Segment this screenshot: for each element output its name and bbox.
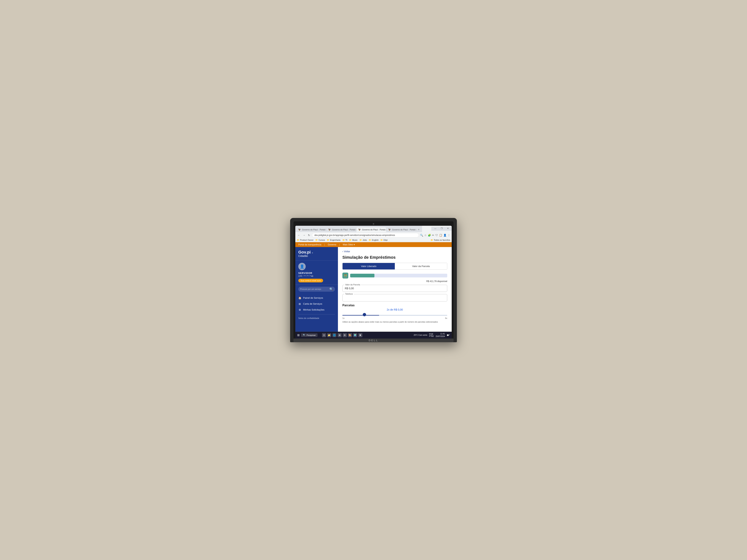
clock: 11:41 25/07/2024 [436,332,445,338]
date-display: 25/07/2024 [436,335,445,338]
forward-button[interactable]: → [302,233,306,237]
home-icon: 🏠 [298,296,301,299]
address-bar-row: ← → ↻ dev.pidigital.pi.gov.br/app/app-pe… [295,232,452,238]
back-link[interactable]: ‹ Voltar [342,250,447,253]
laptop-base: DELL [293,339,454,342]
shield-icon[interactable]: 🛡 [435,234,438,237]
back-arrow-icon: ‹ [342,250,343,253]
telefone-field: Telefone [342,294,447,301]
settings-icon: ⚙ [298,308,301,311]
account-level-button[interactable]: Sua conta é nível ouro [298,279,323,283]
bookmark-music[interactable]: 📁 Music [349,239,358,241]
separator: | [324,243,325,246]
progress-row: 🧮 [342,273,447,278]
sidebar-item-carta[interactable]: ⊞ Carta de Serviços [295,301,338,307]
logo: Gov.pi ≡ [298,250,335,255]
bookmark-etipi[interactable]: 📁 Etipi [380,239,387,241]
chrome-icon[interactable]: 🌍 [353,333,357,337]
tab-1-favicon: 🦅 [298,229,301,231]
address-bar[interactable]: dev.pidigital.pi.gov.br/app/app-perfil-s… [312,233,419,237]
transparency-link[interactable]: Portal da transparência [298,243,321,246]
bookmark-product-owner[interactable]: 📁 Product Owner [297,239,313,241]
extensions-icon[interactable]: 🧩 [428,234,431,237]
toolbar-icons: 🔍 ☆ 🧩 ✏ 🛡 📋 👤 ⋮ [420,234,450,237]
close-button[interactable]: ✕ [445,227,450,230]
taskbar-search-label: Pesquisar [307,334,316,336]
creative-icon[interactable]: 🎨 [348,333,352,337]
collections-icon[interactable]: 📋 [439,234,442,237]
search-icon[interactable]: 🔍 [329,287,333,291]
bookmark-label: English [372,239,379,241]
folder-icon: 📁 [315,239,318,241]
store-icon[interactable]: ⊠ [338,333,342,337]
sidebar-item-solicitacoes[interactable]: ⚙ Minhas Solicitações [295,307,338,313]
minimize-button[interactable]: — [433,227,438,230]
separator2: | [339,243,340,246]
taskbar-search[interactable]: 🔍 Pesquisar [301,334,317,337]
bookmark-ti[interactable]: 📁 TI [342,239,347,241]
toggle-valor-liberado[interactable]: Valor Liberado [342,263,395,269]
folder-icon: 📁 [431,239,433,241]
brand-label: DELL [369,339,379,342]
bookmark-cursos[interactable]: 📁 Cursos [315,239,325,241]
progress-bar-fill [350,274,375,277]
governo-link[interactable]: Governo [328,243,336,246]
tab-4[interactable]: 🦅 Governo do Piauí - Portal de Se ✕ [386,228,416,232]
mais-sites-dropdown[interactable]: Mais Sites ▾ [343,243,355,246]
edge-icon[interactable]: 🌐 [332,333,336,337]
bookmark-jobs[interactable]: 📁 Jobs [359,239,367,241]
browser-chrome: 🦅 Governo do Piauí - Portal de Se ✕ 🦅 Go… [295,226,452,242]
bookmark-icon[interactable]: ☆ [424,234,427,237]
office-icon[interactable]: ⚙ [343,333,347,337]
back-label: Voltar [344,250,350,253]
bookmark-label: Todos os favoritos [434,239,450,241]
new-tab-button[interactable]: + [416,227,421,232]
taskview-icon[interactable]: ⊡ [322,333,326,337]
logo-lines-icon: ≡ [312,252,313,254]
tab-2[interactable]: 🦅 Governo do Piauí - Portal de Se ✕ [327,228,356,232]
bookmark-todos-favoritos[interactable]: 📁 Todos os favoritos [431,239,450,241]
bookmark-engenharia[interactable]: 📁 Engenharia [327,239,340,241]
search-input[interactable] [300,288,328,290]
logo-area: Gov.pi ≡ Cidadão [295,250,338,260]
menu-icon[interactable]: ⋮ [447,234,450,237]
refresh-button[interactable]: ↻ [307,233,311,237]
folder-icon: 📁 [359,239,362,241]
telefone-input[interactable] [345,296,445,299]
valor-parcela-label: Valor da Parcela [344,284,361,286]
valor-parcela-value[interactable]: R$ 0,00 [345,287,445,290]
bookmark-label: Jobs [363,239,367,241]
calculator-icon[interactable]: 🖩 [358,333,362,337]
tab-1[interactable]: 🦅 Governo do Piauí - Portal de Se ✕ [297,228,326,232]
back-button[interactable]: ← [297,233,301,237]
bookmarks-bar: 📁 Product Owner 📁 Cursos 📁 Engenharia 📁 … [295,238,452,242]
bookmark-english[interactable]: 📁 English [369,239,379,241]
maximize-button[interactable]: ❐ [439,227,444,230]
navigation-menu: 🏠 Painel de Serviços ⊞ Carta de Serviços… [295,294,338,322]
taskbar-icons: ⊡ 📁 🌐 ⊠ ⚙ 🎨 🌍 🖩 [322,333,362,337]
browser-window: 🦅 Governo do Piauí - Portal de Se ✕ 🦅 Go… [295,226,452,339]
edit-icon[interactable]: ✏ [432,234,434,237]
profile-icon[interactable]: 👤 [443,234,446,237]
bookmark-label: Music [352,239,358,241]
telefone-label: Telefone [344,293,354,295]
parcelas-slider[interactable] [342,315,447,316]
range-min-label: 1x [342,317,344,319]
files-icon[interactable]: 📁 [327,333,331,337]
start-button[interactable]: ⊞ [297,334,300,337]
tab-3-active[interactable]: 🦅 Governo do Piauí - Portal de Se ✕ [357,228,386,232]
sidebar-item-solicitacoes-label: Minhas Solicitações [303,308,325,311]
folder-icon: 📁 [327,239,329,241]
weather-info: 29°C Com vento [414,334,427,336]
page-content: Portal da transparência | Governo | Mais… [295,242,452,339]
toggle-valor-parcela[interactable]: Valor da Parcela [395,263,447,269]
bookmark-label: Engenharia [330,239,340,241]
notification-badge[interactable]: 💬2 [447,334,450,336]
tab-4-favicon: 🦅 [388,229,391,231]
folder-icon: 📁 [380,239,383,241]
tab-bar: 🦅 Governo do Piauí - Portal de Se ✕ 🦅 Go… [295,226,422,232]
progress-bar-container [350,274,447,277]
logo-line1: Gov.pi [298,250,311,255]
search-icon[interactable]: 🔍 [420,234,423,237]
sidebar-item-painel[interactable]: 🏠 Painel de Serviços [295,295,338,301]
